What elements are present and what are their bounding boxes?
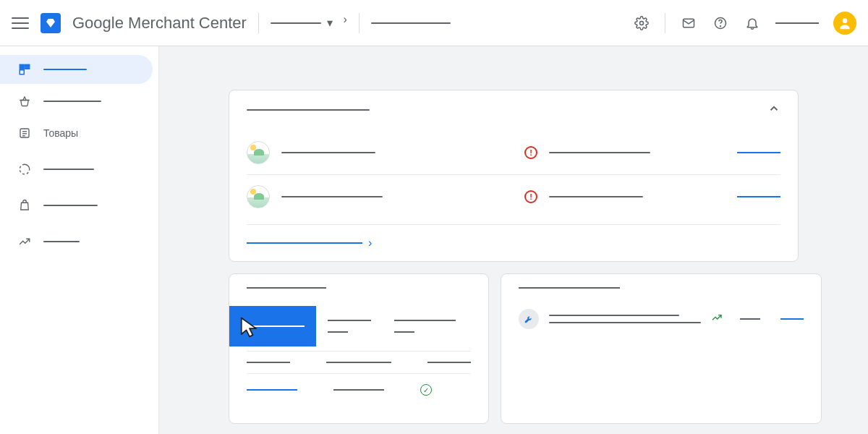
sidebar: Товары: [0, 46, 159, 434]
svg-rect-5: [20, 64, 24, 69]
product-thumbnail: [247, 185, 270, 208]
cursor-pointer-icon: [237, 315, 263, 341]
error-icon: !: [524, 190, 537, 203]
task-row[interactable]: !: [247, 131, 780, 174]
stats-row: ✓: [247, 373, 471, 406]
stats-tab-3[interactable]: [383, 306, 467, 346]
stats-tab-1[interactable]: [229, 306, 316, 346]
task-row[interactable]: !: [247, 174, 780, 218]
nav-overview[interactable]: [0, 55, 153, 84]
recommendation-action[interactable]: [780, 318, 804, 320]
merchant-center-logo: [41, 13, 61, 33]
basket-icon: [17, 94, 32, 109]
stats-link[interactable]: [247, 389, 297, 391]
task-action-link[interactable]: [737, 196, 780, 197]
help-icon[interactable]: [712, 14, 729, 32]
pending-tasks-card: ! ! ›: [229, 90, 799, 262]
trend-icon: [17, 234, 32, 249]
stats-card: ✓: [229, 273, 489, 424]
svg-rect-7: [25, 68, 30, 69]
recommendations-card: [501, 273, 822, 424]
recommendations-title: [519, 287, 620, 289]
stats-row: [247, 351, 471, 373]
recommendation-metric: [740, 318, 760, 320]
nav-products-label: Товары: [43, 127, 78, 139]
nav-item-5[interactable]: [0, 191, 153, 220]
task-action-link[interactable]: [737, 152, 780, 153]
user-avatar[interactable]: [833, 12, 856, 35]
header-search-placeholder[interactable]: [371, 22, 451, 24]
collapse-button[interactable]: [767, 102, 780, 118]
svg-point-4: [843, 18, 848, 23]
settings-icon[interactable]: [633, 14, 650, 32]
check-circle-icon: ✓: [420, 384, 432, 396]
user-name-placeholder: [775, 22, 819, 24]
list-icon: [17, 126, 32, 140]
dashboard-icon: [17, 62, 32, 77]
svg-point-3: [720, 25, 721, 26]
wrench-icon: [519, 309, 539, 329]
card-title-placeholder: [247, 109, 370, 111]
recommendation-row[interactable]: [519, 309, 804, 329]
mail-icon[interactable]: [680, 14, 697, 32]
nav-item-4[interactable]: [0, 155, 153, 184]
stats-tab-2[interactable]: [316, 306, 383, 346]
nav-products[interactable]: Товары: [0, 119, 153, 148]
stats-card-title: [247, 287, 326, 289]
notifications-icon[interactable]: [744, 14, 761, 32]
bag-icon: [17, 198, 32, 213]
svg-rect-6: [25, 64, 30, 67]
svg-rect-8: [20, 70, 24, 75]
svg-point-0: [640, 21, 644, 25]
trend-up-icon: [711, 312, 723, 326]
nav-item-2[interactable]: [0, 87, 153, 116]
error-icon: !: [524, 146, 537, 159]
product-thumbnail: [247, 141, 270, 164]
growth-circle-icon: [17, 162, 32, 176]
view-all-link[interactable]: [247, 242, 362, 244]
account-selector[interactable]: ▾ ›: [271, 16, 347, 30]
main-content: ! ! ›: [159, 46, 868, 434]
app-header: Google Merchant Center ▾ ›: [0, 0, 868, 46]
app-title: Google Merchant Center: [72, 14, 247, 33]
chevron-right-icon: ›: [368, 237, 372, 250]
menu-toggle[interactable]: [12, 14, 29, 32]
nav-performance[interactable]: [0, 227, 153, 256]
